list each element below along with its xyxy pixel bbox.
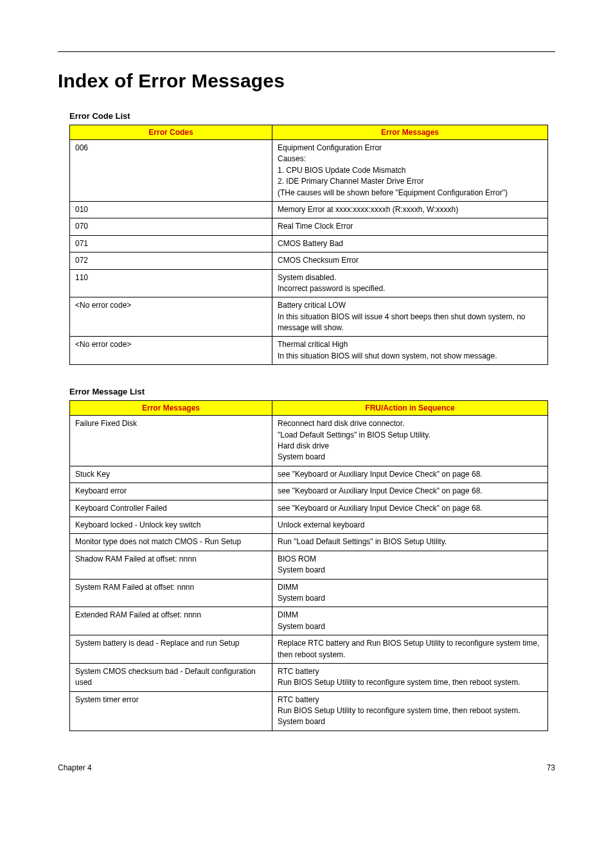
table-row: Keyboard Controller Failedsee "Keyboard …: [70, 500, 548, 517]
table-cell: Unlock external keyboard: [272, 517, 548, 533]
table-cell: System timer error: [70, 691, 272, 731]
table-cell: 070: [70, 218, 272, 235]
table-cell: Keyboard Controller Failed: [70, 500, 272, 517]
table-row: System battery is dead - Replace and run…: [70, 635, 548, 664]
error-message-table: Error Messages FRU/Action in Sequence Fa…: [69, 400, 548, 731]
table-cell: 110: [70, 269, 272, 297]
table-cell: Battery critical LOWIn this situation BI…: [272, 297, 548, 337]
table-row: <No error code>Battery critical LOWIn th…: [70, 297, 548, 337]
top-rule: [58, 51, 555, 52]
table-header: Error Messages: [70, 401, 272, 416]
table-row: Failure Fixed DiskReconnect hard disk dr…: [70, 416, 548, 466]
table-cell: System disabled.Incorrect password is sp…: [272, 269, 548, 297]
table-cell: 071: [70, 235, 272, 252]
table-row: Keyboard locked - Unlock key switchUnloc…: [70, 517, 548, 533]
table-cell: Reconnect hard disk drive connector."Loa…: [272, 416, 548, 466]
table-row: Keyboard errorsee "Keyboard or Auxiliary…: [70, 483, 548, 500]
table-cell: BIOS ROMSystem board: [272, 551, 548, 579]
table-cell: see "Keyboard or Auxiliary Input Device …: [272, 500, 548, 517]
table-header: Error Messages: [272, 125, 548, 140]
table-cell: Keyboard error: [70, 483, 272, 500]
table-cell: Keyboard locked - Unlock key switch: [70, 517, 272, 533]
table-cell: Stuck Key: [70, 466, 272, 483]
table-cell: CMOS Battery Bad: [272, 235, 548, 252]
table-cell: 010: [70, 201, 272, 218]
table-row: 071CMOS Battery Bad: [70, 235, 548, 252]
section-title-error-code-list: Error Code List: [69, 111, 555, 121]
table-cell: Real Time Clock Error: [272, 218, 548, 235]
table-row: System timer errorRTC batteryRun BIOS Se…: [70, 691, 548, 731]
table-row: 110System disabled.Incorrect password is…: [70, 269, 548, 297]
table-row: Stuck Keysee "Keyboard or Auxiliary Inpu…: [70, 466, 548, 483]
table-cell: 072: [70, 252, 272, 269]
table-cell: Thermal critical HighIn this situation B…: [272, 337, 548, 365]
table-cell: DIMMSystem board: [272, 579, 548, 607]
table-row: Extended RAM Failed at offset: nnnnDIMMS…: [70, 607, 548, 635]
table-cell: Replace RTC battery and Run BIOS Setup U…: [272, 635, 548, 664]
page-title: Index of Error Messages: [58, 70, 555, 92]
table-cell: Memory Error at xxxx:xxxx:xxxxh (R:xxxxh…: [272, 201, 548, 218]
table-cell: see "Keyboard or Auxiliary Input Device …: [272, 466, 548, 483]
table-cell: CMOS Checksum Error: [272, 252, 548, 269]
table-cell: Run "Load Default Settings" in BIOS Setu…: [272, 534, 548, 551]
table-row: 010Memory Error at xxxx:xxxx:xxxxh (R:xx…: [70, 201, 548, 218]
table-row: 006Equipment Configuration ErrorCauses:1…: [70, 140, 548, 202]
error-code-table: Error Codes Error Messages 006Equipment …: [69, 125, 548, 365]
table-cell: Equipment Configuration ErrorCauses:1. C…: [272, 140, 548, 202]
table-header: FRU/Action in Sequence: [272, 401, 548, 416]
section-title-error-message-list: Error Message List: [69, 387, 555, 396]
table-row: Shadow RAM Failed at offset: nnnnBIOS RO…: [70, 551, 548, 579]
footer-chapter: Chapter 4: [58, 763, 92, 772]
table-cell: System RAM Failed at offset: nnnn: [70, 579, 272, 607]
table-cell: DIMMSystem board: [272, 607, 548, 635]
table-row: 072CMOS Checksum Error: [70, 252, 548, 269]
table-row: Monitor type does not match CMOS - Run S…: [70, 534, 548, 551]
footer-page-number: 73: [547, 763, 555, 772]
table-cell: Extended RAM Failed at offset: nnnn: [70, 607, 272, 635]
table-cell: Shadow RAM Failed at offset: nnnn: [70, 551, 272, 579]
table-cell: see "Keyboard or Auxiliary Input Device …: [272, 483, 548, 500]
table-row: System CMOS checksum bad - Default confi…: [70, 663, 548, 691]
table-cell: System CMOS checksum bad - Default confi…: [70, 663, 272, 691]
table-cell: RTC batteryRun BIOS Setup Utility to rec…: [272, 691, 548, 731]
table-row: 070Real Time Clock Error: [70, 218, 548, 235]
page-footer: Chapter 4 73: [58, 763, 555, 772]
table-cell: Failure Fixed Disk: [70, 416, 272, 466]
table-cell: 006: [70, 140, 272, 202]
table-row: System RAM Failed at offset: nnnnDIMMSys…: [70, 579, 548, 607]
table-row: <No error code>Thermal critical HighIn t…: [70, 337, 548, 365]
table-header: Error Codes: [70, 125, 272, 140]
table-cell: Monitor type does not match CMOS - Run S…: [70, 534, 272, 551]
table-cell: System battery is dead - Replace and run…: [70, 635, 272, 664]
table-cell: <No error code>: [70, 297, 272, 337]
table-cell: <No error code>: [70, 337, 272, 365]
table-cell: RTC batteryRun BIOS Setup Utility to rec…: [272, 663, 548, 691]
